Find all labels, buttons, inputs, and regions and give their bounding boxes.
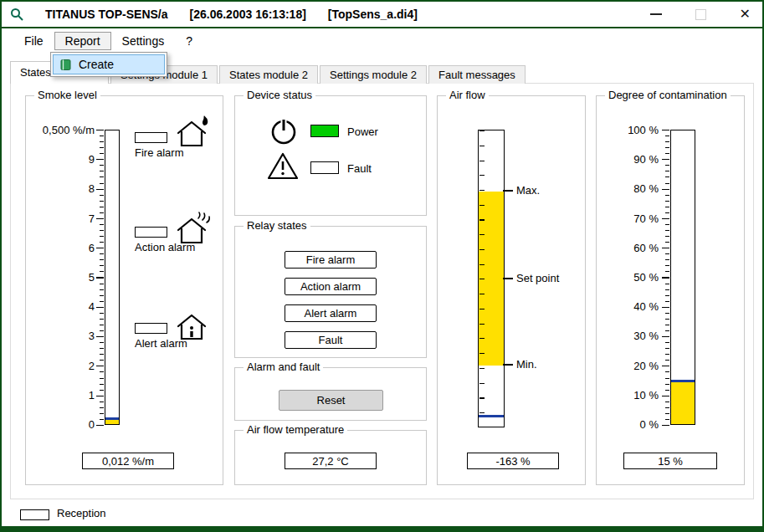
power-label: Power: [347, 125, 378, 138]
maximize-button[interactable]: [695, 9, 706, 20]
fault-label: Fault: [347, 162, 372, 175]
air-flow-min-marker: [503, 364, 513, 366]
smoke-level-gauge: [105, 130, 120, 425]
alert-alarm-indicator: [135, 323, 167, 334]
device-status-title: Device status: [244, 89, 315, 101]
window-document: [TopSens_a.di4]: [328, 8, 418, 21]
menu-report[interactable]: Report: [54, 32, 111, 50]
relay-fault: Fault: [285, 331, 377, 349]
fault-indicator: [310, 161, 339, 174]
smoke-scale-max-label: 0,500 %/m: [43, 124, 95, 136]
smoke-level-title: Smoke level: [34, 89, 100, 101]
fire-alarm-indicator: [135, 132, 167, 143]
menu-settings[interactable]: Settings: [111, 32, 176, 50]
relay-states-panel: Relay states Fire alarm Action alarm Ale…: [234, 226, 427, 358]
relay-states-title: Relay states: [244, 219, 310, 232]
reception-label: Reception: [57, 507, 106, 519]
tab-fault-messages[interactable]: Fault messages: [428, 65, 526, 84]
menu-help[interactable]: ?: [175, 32, 203, 50]
air-flow-setpoint-label: Set point: [516, 272, 559, 284]
alarm-and-fault-title: Alarm and fault: [244, 361, 323, 373]
menu-file[interactable]: File: [13, 32, 54, 50]
window-controls: ✕: [650, 2, 751, 27]
air-flow-panel: Air flow Max. Set point Min. -163 %: [437, 95, 586, 485]
tab-states-module-2[interactable]: States module 2: [219, 65, 318, 84]
air-flow-gauge-ticks: [479, 130, 485, 427]
titlebar: TITANUS TOP-SENS/a [26.06.2003 16:13:18]…: [2, 2, 762, 28]
alert-alarm-icon: [173, 308, 212, 343]
air-flow-temperature-readout: 27,2 °C: [285, 453, 377, 469]
window-title: TITANUS TOP-SENS/a: [45, 8, 168, 21]
relay-alert-alarm: Alert alarm: [285, 304, 377, 322]
air-flow-gauge: [478, 130, 505, 427]
power-icon: [269, 116, 299, 146]
window-timestamp: [26.06.2003 16:13:18]: [190, 8, 306, 21]
contamination-readout: 15 %: [623, 453, 717, 469]
relay-action-alarm: Action alarm: [285, 278, 377, 295]
menu-item-create[interactable]: Create: [53, 54, 165, 74]
minimize-button[interactable]: [650, 13, 662, 15]
app-window: TITANUS TOP-SENS/a [26.06.2003 16:13:18]…: [0, 0, 764, 532]
reset-button[interactable]: Reset: [279, 390, 383, 411]
smoke-level-readout: 0,012 %/m: [82, 453, 174, 469]
smoke-level-scale: 0,500 %/m 9 8 7 6 5 4 3 2 1 0: [31, 124, 95, 431]
tab-settings-module-2[interactable]: Settings module 2: [320, 65, 427, 84]
device-status-panel: Device status Power Fault: [234, 95, 427, 216]
air-flow-temperature-title: Air flow temperature: [244, 423, 347, 436]
air-flow-setpoint-marker: [503, 278, 513, 279]
action-alarm-indicator: [135, 227, 167, 238]
air-flow-readout: -163 %: [467, 453, 559, 469]
contamination-gauge: [670, 130, 695, 425]
contamination-minor-ticks: [665, 130, 669, 426]
contamination-scale: 100 % 90 % 80 % 70 % 60 % 50 % 40 % 30 %…: [603, 124, 659, 431]
fire-alarm-icon: [173, 115, 212, 150]
contamination-panel: Degree of contamination 100 % 90 % 80 % …: [596, 95, 745, 485]
air-flow-max-marker: [503, 190, 513, 192]
air-flow-temperature-panel: Air flow temperature 27,2 °C: [234, 430, 427, 485]
air-flow-min-label: Min.: [516, 358, 537, 371]
create-report-icon: [59, 59, 72, 71]
relay-fire-alarm: Fire alarm: [285, 251, 377, 269]
menu-item-create-label: Create: [79, 58, 114, 71]
close-button[interactable]: ✕: [740, 8, 751, 21]
alarm-and-fault-panel: Alarm and fault Reset: [234, 367, 427, 421]
smoke-minor-ticks: [100, 130, 104, 426]
reception-indicator: [20, 509, 49, 520]
report-menu-dropdown: Create: [50, 52, 167, 77]
contamination-title: Degree of contamination: [605, 89, 731, 101]
smoke-level-panel: Smoke level 0,500 %/m 9 8 7 6 5 4 3 2 1 …: [25, 95, 223, 485]
menu-bar: File Report Settings ?: [2, 30, 762, 52]
action-alarm-icon: [173, 212, 212, 247]
air-flow-title: Air flow: [446, 89, 489, 101]
fault-warning-icon: [266, 151, 300, 182]
app-icon[interactable]: [10, 8, 23, 21]
air-flow-max-label: Max.: [516, 184, 540, 197]
power-indicator: [310, 125, 339, 137]
